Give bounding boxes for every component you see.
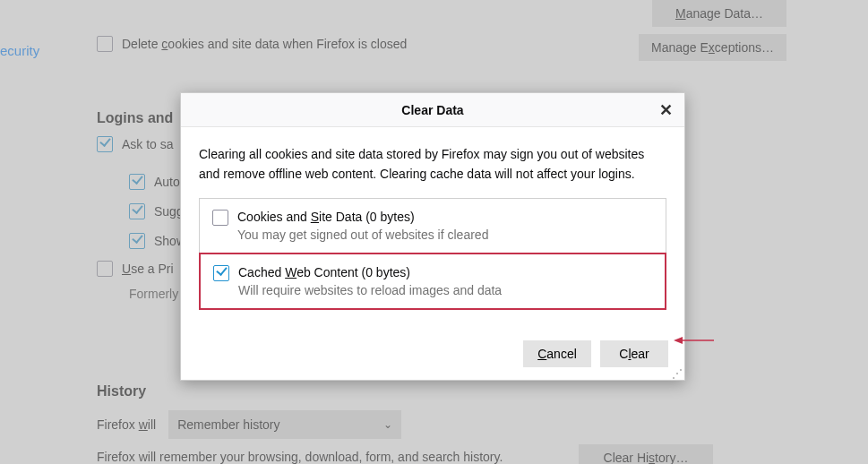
option-cookies-site-data[interactable]: Cookies and Site Data (0 bytes) You may … [200,199,666,253]
annotation-arrow [674,334,714,347]
clear-options-box: Cookies and Site Data (0 bytes) You may … [199,198,666,310]
option-cookies-sub: You may get signed out of websites if cl… [237,228,488,242]
clear-button[interactable]: Clear [600,340,668,367]
close-icon[interactable]: ✕ [654,99,677,122]
option-cached-title: Cached Web Content (0 bytes) [238,265,502,279]
option-cached-web-content[interactable]: Cached Web Content (0 bytes) Will requir… [201,254,665,308]
dialog-title: Clear Data [401,103,463,117]
dialog-footer: Cancel Clear [181,328,684,380]
svg-marker-1 [674,337,683,344]
dialog-description: Clearing all cookies and site data store… [199,145,666,184]
cached-web-content-checkbox[interactable] [213,265,229,281]
cancel-button[interactable]: Cancel [523,340,591,367]
option-cookies-title: Cookies and Site Data (0 bytes) [237,210,488,224]
annotation-highlight: Cached Web Content (0 bytes) Will requir… [199,253,666,310]
cookies-site-data-checkbox[interactable] [212,210,228,226]
dialog-header: Clear Data ✕ [181,93,684,127]
clear-data-dialog: Clear Data ✕ Clearing all cookies and si… [180,92,685,381]
option-cached-sub: Will require websites to reload images a… [238,283,502,297]
